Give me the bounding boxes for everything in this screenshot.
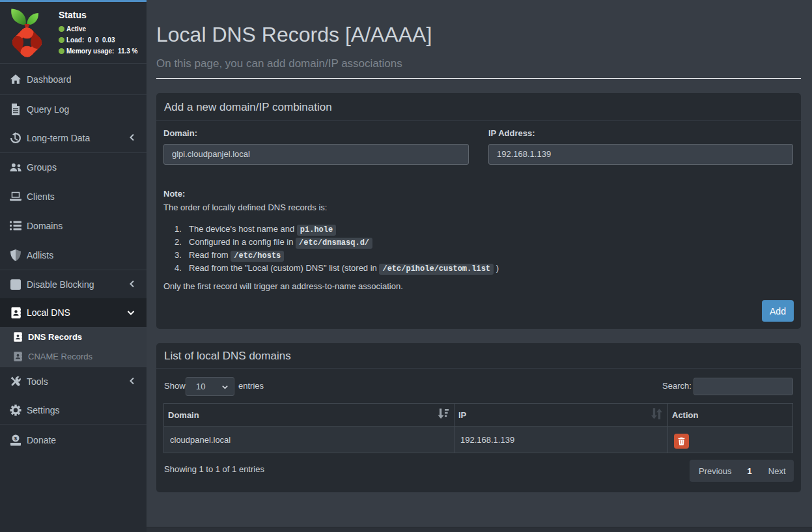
svg-text:$: $ — [14, 436, 18, 441]
